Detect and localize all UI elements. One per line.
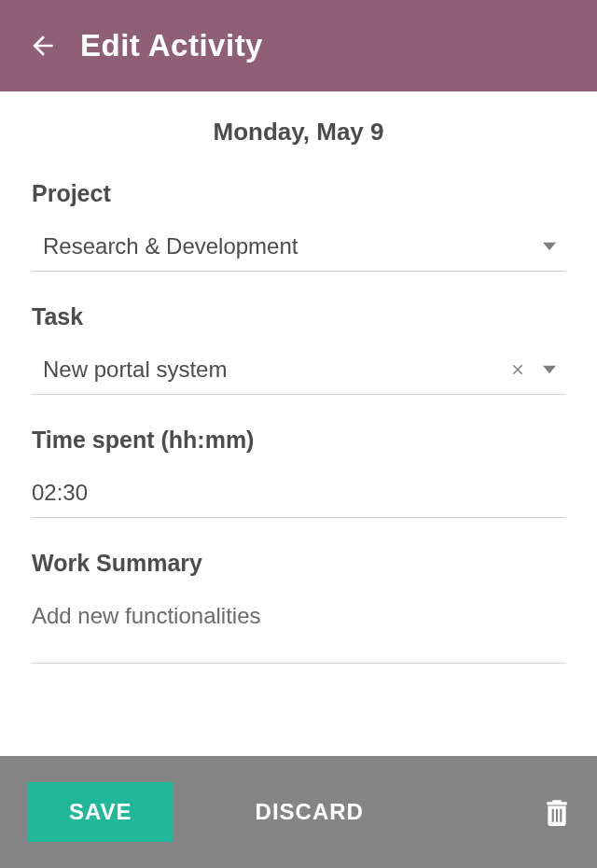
clear-task-button[interactable] <box>509 361 526 378</box>
form-content: Monday, May 9 Project Research & Develop… <box>0 91 597 756</box>
trash-icon <box>545 798 569 826</box>
task-field-group: Task New portal system <box>32 303 565 395</box>
close-icon <box>509 361 526 378</box>
timespent-input[interactable] <box>32 474 565 518</box>
summary-field-group: Work Summary <box>32 550 565 664</box>
discard-button[interactable]: DISCARD <box>218 782 401 842</box>
save-button[interactable]: SAVE <box>28 782 174 842</box>
timespent-field-group: Time spent (hh:mm) <box>32 427 565 518</box>
timespent-label: Time spent (hh:mm) <box>32 427 565 454</box>
summary-input[interactable] <box>32 597 565 664</box>
back-arrow-icon <box>28 31 58 61</box>
task-label: Task <box>32 303 565 330</box>
back-button[interactable] <box>26 29 60 63</box>
delete-button[interactable] <box>545 798 569 826</box>
footer-bar: SAVE DISCARD <box>0 756 597 868</box>
task-value: New portal system <box>43 357 509 383</box>
project-field-group: Project Research & Development <box>32 180 565 272</box>
date-heading: Monday, May 9 <box>32 118 565 147</box>
task-select[interactable]: New portal system <box>32 351 565 395</box>
project-select[interactable]: Research & Development <box>32 228 565 272</box>
header-bar: Edit Activity <box>0 0 597 91</box>
summary-label: Work Summary <box>32 550 565 577</box>
chevron-down-icon <box>543 363 556 376</box>
project-value: Research & Development <box>43 233 543 259</box>
page-title: Edit Activity <box>80 28 263 63</box>
chevron-down-icon <box>543 240 556 253</box>
project-label: Project <box>32 180 565 207</box>
